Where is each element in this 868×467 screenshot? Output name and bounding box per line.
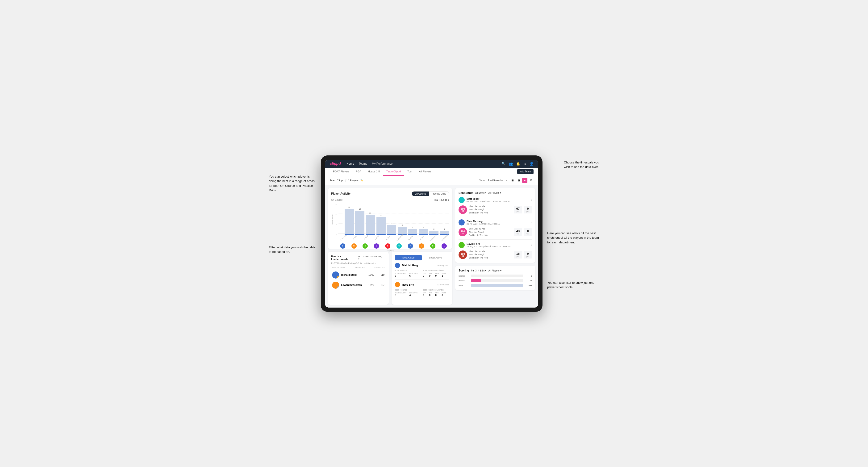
bar-group-6: 3 [408,226,417,235]
shot-card-2: Blair McHarg 23 Jul 2023 · Ashridge GC, … [459,219,532,240]
nav-logo: clippd [330,161,341,166]
user-circle-icon[interactable]: 👤 [530,162,533,165]
player-avatar-8: E [430,243,435,249]
scoring-players-filter[interactable]: All Players ▾ [488,269,501,272]
scoring-value-birdies: 96 [525,280,532,282]
shot-metric-3b: 0 yds [524,251,532,258]
bar-group-3: 9 [376,214,385,235]
tab-tour[interactable]: Tour [404,168,415,176]
nav-link-teams[interactable]: Teams [359,162,367,165]
view-grid2-icon[interactable]: ⊞ [510,178,515,183]
tablet-frame: clippd Home Teams My Performance 🔍 👥 🔔 ⊕… [321,155,542,312]
best-shots-title: Best Shots [459,191,473,195]
scoring-bar-wrap-pars [471,284,523,287]
shot-info-2: Shot Dist: 43 yds Start Lie: Rough End L… [469,227,512,237]
shot-arrow-3[interactable]: › [531,243,532,247]
tab-pga[interactable]: PGA [352,168,365,176]
tournament-stat-2: Tournament 8 [395,292,406,297]
search-icon[interactable]: 🔍 [501,162,505,165]
bar-value-3: 9 [380,214,381,216]
edit-icon[interactable]: ✏️ [361,179,363,182]
player-avatar-3: J [374,243,379,249]
leaderboard-dropdown[interactable]: PUTT Must Make Putting ... ▾ [358,255,385,260]
leaderboard-name-2: Edward Crossman [341,284,364,286]
shot-metrics-2: 43 yds 0 yds [514,228,532,236]
chevron-down-icon: ▾ [485,191,486,194]
scoring-value-pars: 499 [525,284,532,286]
tab-all-players[interactable]: All Players [416,168,435,176]
annotation-player-select: You can select which player is doing the… [269,174,316,193]
nav-link-home[interactable]: Home [346,162,354,165]
view-heart-icon[interactable]: ♥ [522,178,527,183]
nav-bar: clippd Home Teams My Performance 🔍 👥 🔔 ⊕… [325,160,538,168]
shot-metric-2a: 43 yds [514,228,522,236]
shot-player-detail-3: 24 Aug 2023 · Royal North Devon GC, Hole… [467,245,510,248]
app-stat-2: APP 0 [429,292,432,297]
shot-details-row-1: 200 SG Shot Dist: 67 yds Start Lie: Roug… [459,205,532,215]
tab-least-active[interactable]: Least Active [422,255,449,260]
leaderboard-title: Practice Leaderboards [331,255,358,261]
shot-avatar-2 [459,219,465,225]
leaderboard-row: 1 Richard Butler 19/20 110 [331,270,385,280]
player-activity-card: Player Activity On Course Practice Drill… [328,188,453,249]
best-shots-header: Best Shots All Shots ▾ All Players ▾ [459,191,532,195]
bar-1 [355,211,365,235]
tab-hcaps[interactable]: Hcaps 1-5 [365,168,383,176]
view-grid4-icon[interactable]: ⊟ [516,178,521,183]
best-shots-card: Best Shots All Shots ▾ All Players ▾ [455,188,535,263]
bar-value-7: 3 [423,226,424,228]
bar-group-8: 2 [429,228,438,235]
all-players-filter[interactable]: All Players ▾ [488,191,501,194]
shot-score-badge-1: 200 SG [459,206,467,214]
plus-circle-icon[interactable]: ⊕ [523,162,526,165]
par-filter[interactable]: Par 3, 4 & 5s ▾ [471,269,487,272]
chevron-par-icon: ▾ [485,269,486,272]
users-icon[interactable]: 👥 [509,162,513,165]
right-col: Best Shots All Shots ▾ All Players ▾ [455,188,535,305]
annotation-filter-shots: You can also filter to show just one pla… [547,280,599,290]
shot-avatar-3 [459,242,465,248]
scoring-label-pars: Pars [459,284,469,286]
tab-most-active[interactable]: Most Active [395,255,422,260]
activity-player-1: Blair McHarg 26 Aug 2023 Total Rounds [395,263,449,280]
add-team-button[interactable]: Add Team [517,169,533,174]
player-activity-title: Player Activity [331,192,350,195]
practice-activities-group-2: Total Practice Activities GTT 0 APP [423,289,449,297]
bar-group-4: 5 [387,222,396,235]
annotation-best-shots: Here you can see who's hit the best shot… [547,231,599,245]
scoring-row-birdies: Birdies 96 [459,279,532,282]
tournament-value-1: 7 [395,274,406,277]
player-avatar-wrap-1: R [349,243,359,249]
all-shots-filter[interactable]: All Shots ▾ [475,191,486,194]
leaderboard-avatar-1: 1 [332,272,339,279]
show-label: Show: [479,179,486,182]
show-select[interactable]: Last 3 months [488,179,503,182]
page-wrapper: Choose the timescale youwish to see the … [269,155,599,312]
tab-pgat-players[interactable]: PGAT Players [330,168,352,176]
chart-sub-header: On Course Total Rounds ▾ [331,198,449,201]
app-stat-1: APP 0 [429,273,432,277]
total-rounds-group-1: Total Rounds Tournament 7 Practice [395,269,421,277]
shot-card-3: David Ford 24 Aug 2023 · Royal North Dev… [459,242,532,260]
bell-icon[interactable]: 🔔 [516,162,520,165]
leaderboard-subtitle: PUTT Must Make Putting (3-6 ft), Last 3 … [331,262,385,264]
shot-arrow-1[interactable]: › [531,198,532,202]
total-rounds-dropdown[interactable]: Total Rounds ▾ [433,198,449,201]
leaderboard-score-2b: 107 [376,284,384,286]
bar-group-5: 4 [398,224,407,235]
player-avatar-wrap-8: E [428,243,438,249]
bottom-row: Practice Leaderboards PUTT Must Make Put… [328,252,453,305]
toggle-practice-drills[interactable]: Practice Drills [429,191,449,196]
bar-value-6: 3 [412,226,413,228]
shot-player-row-2: Blair McHarg 23 Jul 2023 · Ashridge GC, … [459,219,532,225]
player-avatar-wrap-9: L [439,243,449,249]
scoring-row-pars: Pars 499 [459,284,532,287]
view-sliders-icon[interactable]: ⚙ [528,178,533,183]
nav-link-performance[interactable]: My Performance [372,162,393,165]
toggle-on-course[interactable]: On Course [412,191,429,196]
practice-activities-values-2: GTT 0 APP 0 [423,292,449,297]
player-avatar-4: E [385,243,390,249]
tab-team-clippd[interactable]: Team Clippd [383,168,404,176]
activity-player-header-2: Rees Britt 02 Sep 2023 [395,282,449,287]
shot-arrow-2[interactable]: › [531,220,532,224]
